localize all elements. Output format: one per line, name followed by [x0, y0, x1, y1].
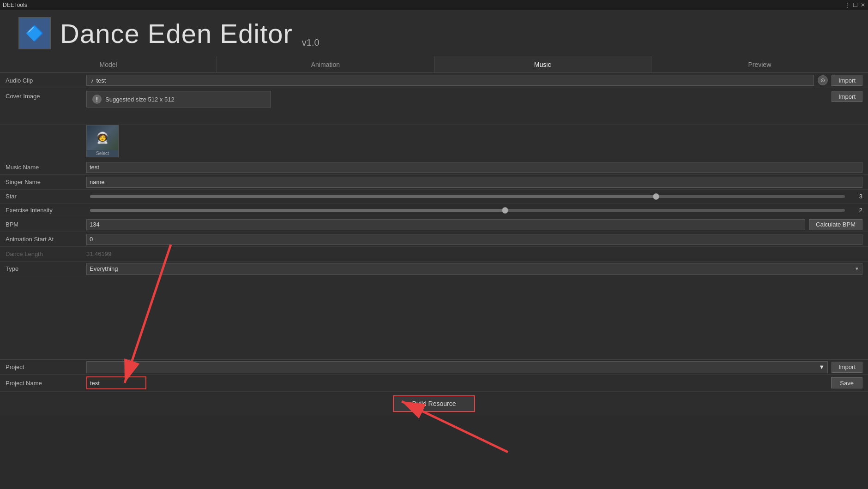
build-resource-button[interactable]: Build Resource	[393, 395, 476, 412]
type-label: Type	[6, 265, 86, 272]
app-logo: 🔷	[18, 17, 51, 49]
project-name-row: Project Name Save	[0, 375, 868, 392]
project-dropdown[interactable]: ▼	[86, 361, 828, 373]
project-import-button[interactable]: Import	[832, 362, 862, 373]
tab-animation[interactable]: Animation	[217, 56, 434, 72]
music-name-label: Music Name	[6, 164, 86, 171]
cover-image-row: Cover Image ! Suggested size 512 x 512 I…	[0, 88, 868, 125]
dance-length-value: 31.46199	[86, 250, 862, 257]
project-row: Project ▼ Import	[0, 360, 868, 375]
project-dropdown-arrow: ▼	[819, 364, 825, 370]
bpm-label: BPM	[6, 221, 86, 228]
exercise-intensity-slider[interactable]	[90, 209, 845, 212]
bottom-section: Project ▼ Import Project Name Save Build…	[0, 359, 868, 416]
audio-clip-value: test	[96, 77, 106, 84]
star-label: Star	[6, 193, 86, 200]
cover-thumb-image: 🧑‍🚀	[87, 125, 118, 150]
title-bar: DEETools ⋮ ☐ ✕	[0, 0, 868, 10]
build-resource-row: Build Resource	[0, 392, 868, 416]
animation-start-at-row: Animation Start At	[0, 232, 868, 247]
cover-image-hint: ! Suggested size 512 x 512	[86, 91, 271, 107]
star-row: Star 3	[0, 190, 868, 203]
tab-model[interactable]: Model	[0, 56, 217, 72]
header: 🔷 Dance Eden Editor v1.0	[0, 10, 868, 56]
exercise-intensity-label: Exercise Intensity	[6, 207, 86, 214]
nav-tabs: Model Animation Music Preview	[0, 56, 868, 73]
app-title: Dance Eden Editor	[60, 18, 293, 49]
audio-clip-clear-button[interactable]: ⊙	[818, 75, 828, 85]
save-button[interactable]: Save	[831, 377, 862, 388]
project-name-input[interactable]	[86, 376, 146, 389]
music-note-icon: ♪	[90, 77, 94, 84]
content-area: Audio Clip ♪ test ⊙ Import Cover Image !…	[0, 73, 868, 416]
project-label: Project	[6, 364, 86, 370]
close-icon[interactable]: ✕	[861, 2, 865, 8]
exercise-intensity-row: Exercise Intensity 2	[0, 203, 868, 217]
type-dropdown-value: Everything	[90, 265, 118, 272]
calculate-bpm-button[interactable]: Calculate BPM	[809, 219, 862, 230]
cover-thumb-area: 🧑‍🚀 Select	[0, 125, 868, 160]
cover-thumb[interactable]: 🧑‍🚀 Select	[86, 125, 119, 157]
exercise-intensity-value: 2	[849, 207, 862, 214]
audio-clip-field: ♪ test	[86, 75, 814, 86]
bpm-row: BPM Calculate BPM	[0, 217, 868, 232]
dance-length-row: Dance Length 31.46199	[0, 247, 868, 262]
cover-image-import-button[interactable]: Import	[832, 91, 862, 102]
hint-icon: !	[92, 95, 102, 104]
hint-text: Suggested size 512 x 512	[105, 96, 175, 103]
audio-clip-label: Audio Clip	[6, 77, 86, 84]
bpm-input[interactable]	[86, 219, 805, 230]
type-row: Type Everything ▼	[0, 262, 868, 276]
animation-start-at-label: Animation Start At	[6, 236, 86, 243]
singer-name-input[interactable]	[86, 177, 862, 188]
app-version: v1.0	[302, 37, 319, 52]
audio-clip-import-button[interactable]: Import	[832, 75, 862, 86]
type-dropdown-arrow: ▼	[855, 266, 859, 271]
music-name-row: Music Name	[0, 160, 868, 175]
singer-name-row: Singer Name	[0, 175, 868, 190]
audio-clip-row: Audio Clip ♪ test ⊙ Import	[0, 73, 868, 88]
cover-select-label[interactable]: Select	[95, 150, 110, 157]
tab-music[interactable]: Music	[434, 56, 651, 72]
star-value: 3	[849, 193, 862, 200]
project-name-label: Project Name	[6, 380, 86, 387]
singer-name-label: Singer Name	[6, 179, 86, 185]
type-dropdown[interactable]: Everything ▼	[86, 263, 862, 275]
animation-start-at-input[interactable]	[86, 234, 862, 245]
star-slider[interactable]	[90, 195, 845, 198]
dance-length-label: Dance Length	[6, 250, 86, 257]
music-name-input[interactable]	[86, 162, 862, 173]
app-name: DEETools	[3, 2, 27, 8]
window-controls[interactable]: ⋮ ☐ ✕	[844, 2, 865, 8]
tab-preview[interactable]: Preview	[651, 56, 868, 72]
menu-icon[interactable]: ⋮	[844, 2, 850, 8]
content-spacer	[0, 276, 868, 359]
cover-image-label: Cover Image	[6, 91, 86, 100]
maximize-icon[interactable]: ☐	[853, 2, 858, 8]
